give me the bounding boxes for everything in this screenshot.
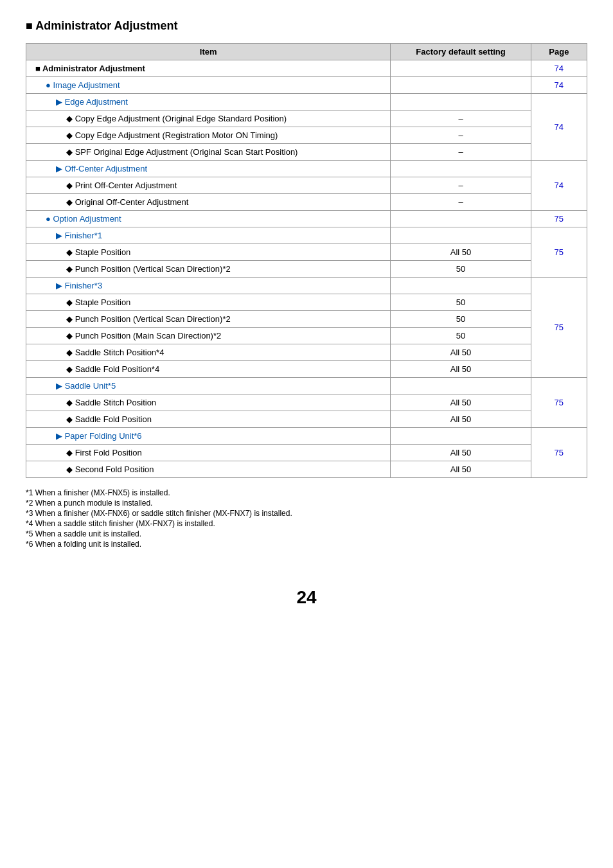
table-row: Saddle Fold Position*4All 50: [26, 361, 587, 378]
value-cell: –: [391, 194, 531, 211]
value-cell: [391, 278, 531, 294]
item-cell: Saddle Unit*5: [26, 378, 391, 394]
item-cell: Print Off-Center Adjustment: [26, 177, 391, 194]
table-row: Finisher*375: [26, 278, 587, 294]
value-cell: 50: [391, 294, 531, 311]
item-cell: Saddle Fold Position*4: [26, 361, 391, 378]
item-cell: Saddle Stitch Position*4: [26, 344, 391, 361]
item-cell: Second Fold Position: [26, 461, 391, 478]
item-text: Punch Position (Vertical Scan Direction)…: [33, 314, 231, 324]
item-text: Punch Position (Vertical Scan Direction)…: [33, 264, 231, 274]
value-cell: [391, 227, 531, 244]
value-cell: All 50: [391, 361, 531, 378]
page-cell: 74: [531, 77, 587, 94]
table-row: Saddle Stitch Position*4All 50: [26, 344, 587, 361]
table-row: Administrator Adjustment74: [26, 60, 587, 77]
table-row: Off-Center Adjustment74: [26, 161, 587, 177]
value-cell: All 50: [391, 344, 531, 361]
item-cell: Copy Edge Adjustment (Registration Motor…: [26, 127, 391, 144]
table-row: SPF Original Edge Adjustment (Original S…: [26, 144, 587, 161]
table-row: Saddle Unit*575: [26, 378, 587, 394]
value-cell: All 50: [391, 244, 531, 261]
bullet-icon: [66, 448, 75, 457]
item-text: Original Off-Center Adjustment: [33, 197, 188, 207]
table-row: Copy Edge Adjustment (Registration Motor…: [26, 127, 587, 144]
page-cell: 75: [531, 211, 587, 227]
item-text: Saddle Stitch Position: [33, 398, 156, 407]
item-cell: Staple Position: [26, 244, 391, 261]
bullet-icon: [66, 314, 75, 324]
item-text: Second Fold Position: [33, 465, 154, 474]
item-text: Copy Edge Adjustment (Registration Motor…: [33, 130, 278, 140]
value-cell: [391, 60, 531, 77]
item-cell: Staple Position: [26, 294, 391, 311]
item-text: Finisher*1: [33, 231, 102, 240]
bullet-icon: [66, 114, 75, 123]
item-cell: SPF Original Edge Adjustment (Original S…: [26, 144, 391, 161]
item-cell: Option Adjustment: [26, 211, 391, 227]
bullet-icon: [56, 381, 65, 391]
item-text: Staple Position: [33, 247, 130, 257]
item-text: Option Adjustment: [33, 214, 121, 224]
table-row: Punch Position (Main Scan Direction)*250: [26, 328, 587, 344]
item-text: Edge Adjustment: [33, 97, 128, 107]
footnote: *6 When a folding unit is installed.: [26, 540, 587, 549]
value-cell: All 50: [391, 394, 531, 411]
table-row: Edge Adjustment74: [26, 94, 587, 111]
value-cell: 50: [391, 261, 531, 278]
table-row: Copy Edge Adjustment (Original Edge Stan…: [26, 111, 587, 127]
main-table: Item Factory default setting Page Admini…: [26, 43, 587, 478]
bullet-icon: [66, 297, 75, 307]
item-text: SPF Original Edge Adjustment (Original S…: [33, 147, 298, 157]
footnotes: *1 When a finisher (MX-FNX5) is installe…: [26, 488, 587, 549]
bullet-icon: [66, 465, 75, 474]
value-cell: All 50: [391, 411, 531, 428]
bullet-icon: [56, 231, 65, 240]
bullet-icon: [56, 97, 65, 107]
footnote: *2 When a punch module is installed.: [26, 499, 587, 508]
item-cell: Saddle Stitch Position: [26, 394, 391, 411]
page-cell: 75: [531, 227, 587, 278]
bullet-icon: [66, 398, 75, 407]
item-cell: Image Adjustment: [26, 77, 391, 94]
table-row: First Fold PositionAll 50: [26, 445, 587, 461]
page-cell: 75: [531, 428, 587, 478]
table-row: Second Fold PositionAll 50: [26, 461, 587, 478]
table-row: Punch Position (Vertical Scan Direction)…: [26, 261, 587, 278]
table-row: Print Off-Center Adjustment–: [26, 177, 587, 194]
bullet-icon: [66, 147, 75, 157]
table-row: Option Adjustment75: [26, 211, 587, 227]
bullet-icon: [46, 80, 53, 90]
page-cell: 75: [531, 378, 587, 428]
footnote: *1 When a finisher (MX-FNX5) is installe…: [26, 488, 587, 497]
footnote: *5 When a saddle unit is installed.: [26, 529, 587, 538]
table-row: Paper Folding Unit*675: [26, 428, 587, 445]
bullet-icon: [35, 64, 42, 73]
value-cell: [391, 94, 531, 111]
item-text: Saddle Stitch Position*4: [33, 348, 164, 357]
page-cell: 74: [531, 94, 587, 161]
item-cell: Edge Adjustment: [26, 94, 391, 111]
item-cell: Administrator Adjustment: [26, 60, 391, 77]
value-cell: [391, 211, 531, 227]
table-row: Original Off-Center Adjustment–: [26, 194, 587, 211]
page-title: Administrator Adjustment: [26, 19, 587, 33]
header-item: Item: [26, 44, 391, 60]
value-cell: 50: [391, 328, 531, 344]
item-text: Saddle Fold Position*4: [33, 364, 159, 374]
item-text: First Fold Position: [33, 448, 142, 457]
bullet-icon: [66, 414, 75, 424]
header-page: Page: [531, 44, 587, 60]
table-row: Punch Position (Vertical Scan Direction)…: [26, 311, 587, 328]
value-cell: [391, 428, 531, 445]
bullet-icon: [66, 130, 75, 140]
value-cell: –: [391, 111, 531, 127]
page-cell: 74: [531, 60, 587, 77]
bullet-icon: [66, 348, 75, 357]
item-cell: Copy Edge Adjustment (Original Edge Stan…: [26, 111, 391, 127]
bullet-icon: [66, 364, 75, 374]
bullet-icon: [66, 331, 75, 341]
item-cell: Punch Position (Vertical Scan Direction)…: [26, 311, 391, 328]
value-cell: –: [391, 127, 531, 144]
value-cell: –: [391, 144, 531, 161]
